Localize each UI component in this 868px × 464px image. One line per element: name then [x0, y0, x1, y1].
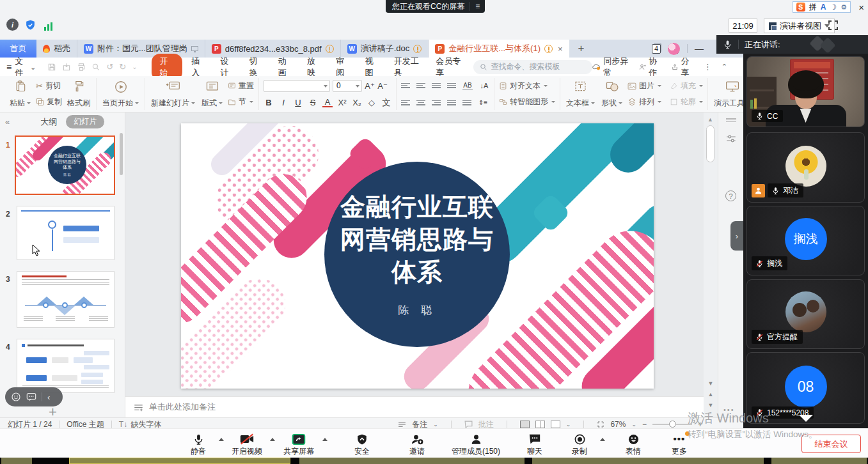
- command-search-input[interactable]: 查找命令、搜索模板: [473, 60, 593, 74]
- chat-bubble-icon[interactable]: [26, 392, 36, 402]
- justify-icon[interactable]: [447, 100, 456, 105]
- record-options-caret[interactable]: [598, 429, 607, 441]
- zoom-slider[interactable]: [652, 424, 692, 425]
- emoji-button[interactable]: 表情: [615, 429, 652, 457]
- menu-tab-view[interactable]: 视图: [365, 56, 378, 79]
- slides-tab[interactable]: 幻灯片: [66, 115, 104, 128]
- slide-title-circle[interactable]: 金融行业互联 网营销思路与 体系 陈 聪: [324, 162, 510, 347]
- copy-button[interactable]: 复制: [36, 97, 62, 107]
- menu-tab-devtools[interactable]: 开发工具: [394, 56, 420, 79]
- participant-tile[interactable]: 搁浅 搁浅: [746, 206, 865, 275]
- chevron-down-icon[interactable]: ⌄: [631, 421, 636, 428]
- minimize-icon[interactable]: —: [695, 43, 704, 54]
- scrollbar-thumb[interactable]: [706, 125, 714, 162]
- slide-thumbnail-4[interactable]: [17, 339, 114, 393]
- phonetic-icon[interactable]: 文: [381, 97, 391, 109]
- slide-thumbnail-2[interactable]: [17, 206, 114, 260]
- outline-tab[interactable]: 大纲: [40, 116, 57, 128]
- font-family-select[interactable]: [264, 80, 330, 92]
- align-right-icon[interactable]: [432, 100, 441, 105]
- menu-tab-transition[interactable]: 切换: [249, 56, 262, 79]
- file-menu[interactable]: ≡ 文件 ⌃: [0, 56, 41, 79]
- next-slide-icon[interactable]: ▼: [708, 402, 714, 408]
- increase-font-icon[interactable]: A⁺: [365, 81, 375, 91]
- bullet-list-icon[interactable]: [401, 83, 410, 88]
- clear-format-icon[interactable]: ◇: [367, 98, 377, 107]
- print-icon[interactable]: [77, 63, 86, 72]
- redo-icon[interactable]: ↻: [119, 62, 126, 72]
- section-button[interactable]: 节: [228, 97, 254, 107]
- arrange-button[interactable]: 排列: [627, 97, 667, 107]
- expand-taskpane-icon[interactable]: ›: [730, 221, 743, 251]
- menu-tab-member[interactable]: 会员专享: [436, 56, 461, 79]
- video-options-caret[interactable]: [268, 429, 277, 441]
- reset-button[interactable]: 重置: [228, 81, 254, 91]
- align-center-icon[interactable]: [416, 100, 425, 105]
- text-direction-icon[interactable]: ↓A: [479, 82, 489, 89]
- picture-button[interactable]: 图片: [627, 81, 667, 91]
- scroll-more-participants-icon[interactable]: [799, 415, 813, 422]
- tab-doc-attachment[interactable]: W 附件：国元...团队管理岗: [77, 40, 205, 58]
- share-screen-button[interactable]: 共享屏幕: [277, 429, 320, 457]
- zoom-slider-knob[interactable]: [669, 421, 676, 428]
- share-button[interactable]: 分享: [672, 56, 694, 79]
- menu-tab-review[interactable]: 审阅: [336, 56, 349, 79]
- zoom-out-icon[interactable]: −: [642, 420, 647, 429]
- close-tab-icon[interactable]: ×: [558, 44, 563, 54]
- font-color-icon[interactable]: A: [322, 98, 333, 107]
- meeting-quick-pill[interactable]: ‹: [5, 387, 63, 406]
- underline-icon[interactable]: U: [293, 98, 303, 107]
- security-button[interactable]: 安全: [343, 429, 381, 457]
- chat-button[interactable]: 聊天: [516, 429, 553, 457]
- sync-status-button[interactable]: 同步异常: [592, 56, 629, 79]
- record-button[interactable]: 录制: [561, 429, 598, 457]
- more-button[interactable]: ••• 更多: [661, 429, 698, 457]
- decrease-font-icon[interactable]: A⁻: [377, 81, 388, 91]
- ime-toolbar[interactable]: S 拼 A ☽ ⚙: [793, 1, 851, 13]
- emoji-icon[interactable]: [11, 392, 21, 402]
- line-spacing-icon[interactable]: ⇕≡: [478, 99, 488, 106]
- format-painter-button[interactable]: 格式刷: [66, 78, 91, 110]
- close-icon[interactable]: ×: [858, 2, 864, 13]
- scroll-down-icon[interactable]: ▼: [708, 380, 714, 387]
- reading-view-icon[interactable]: [551, 421, 560, 428]
- strikethrough-icon[interactable]: S: [308, 98, 318, 107]
- tab-docer[interactable]: 稻壳: [36, 40, 77, 58]
- shapes-button[interactable]: 形状: [600, 78, 624, 110]
- end-meeting-button[interactable]: 结束会议: [801, 435, 861, 453]
- font-size-select[interactable]: 0: [333, 80, 362, 92]
- new-slide-button[interactable]: 新建幻灯片: [150, 78, 196, 110]
- fullscreen-icon[interactable]: [828, 20, 838, 30]
- subscript-icon[interactable]: X₂: [352, 98, 362, 107]
- participant-tile[interactable]: 邓洁: [746, 132, 865, 203]
- scroll-up-icon[interactable]: ▲: [707, 116, 713, 123]
- increase-indent-icon[interactable]: [447, 83, 456, 88]
- slide-thumbnail-1[interactable]: 金融行业互联 网营销思路与 体系 陈 聪: [15, 135, 115, 195]
- chevron-down-icon[interactable]: ⌄: [132, 63, 137, 70]
- collapse-ribbon-icon[interactable]: ⌃: [722, 63, 727, 71]
- mute-options-caret[interactable]: [217, 429, 226, 441]
- fit-slide-icon[interactable]: [597, 421, 604, 428]
- play-from-current-button[interactable]: 当页开始: [101, 78, 140, 110]
- ime-language-icon[interactable]: A: [821, 3, 826, 12]
- align-text-button[interactable]: 对齐文本: [499, 81, 555, 91]
- cut-button[interactable]: ✂剪切: [36, 81, 62, 91]
- more-dots-icon[interactable]: •••: [723, 406, 735, 414]
- previous-slide-icon[interactable]: ▲: [708, 391, 714, 398]
- help-icon[interactable]: ?: [725, 190, 736, 201]
- start-video-button[interactable]: 开启视频: [226, 429, 268, 457]
- menu-tab-design[interactable]: 设计: [220, 56, 233, 79]
- info-icon[interactable]: i: [6, 19, 19, 31]
- italic-icon[interactable]: I: [278, 98, 288, 107]
- new-tab-button[interactable]: +: [569, 40, 594, 58]
- tab-count-badge[interactable]: 4: [652, 44, 661, 54]
- char-border-icon[interactable]: AB: [462, 82, 473, 89]
- bold-icon[interactable]: B: [264, 98, 274, 107]
- undo-icon[interactable]: ↺: [106, 62, 113, 72]
- outline-button[interactable]: 轮廓: [670, 97, 703, 107]
- mute-button[interactable]: 静音: [180, 429, 217, 457]
- chevron-down-icon[interactable]: ⌄: [566, 421, 571, 428]
- notes-area[interactable]: 单击此处添加备注: [125, 396, 704, 417]
- participant-tile[interactable]: 08 152****5208: [746, 352, 865, 424]
- canvas-scrollbar[interactable]: ▲ ▼ ▲ ▼: [704, 112, 718, 417]
